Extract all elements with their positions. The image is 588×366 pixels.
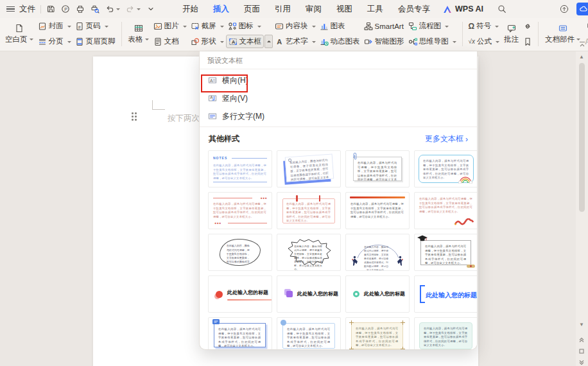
textbox-template-beige[interactable]: 在此输入内容，颜色与样式均可调整，便于您美化文档排版，文字效果也更美观，您可以修…	[345, 317, 410, 350]
textbox-template-mint[interactable]: 在此输入内容，颜色与样式均可调整，便于您美化文档排版，文字效果也更美观，您可以修…	[414, 317, 478, 350]
table-button[interactable]: 表格	[126, 19, 151, 49]
smartart-button[interactable]: SmartArt	[362, 19, 406, 33]
textbox-template-graduates[interactable]: 在此输入内容，颜色与样式均可调整，便于您美化文档排版，文字效果也更美观，您可以修…	[345, 234, 410, 271]
menu-item-multiline[interactable]: 多行文字(M)	[200, 107, 477, 125]
hyperlink-button[interactable]	[521, 19, 534, 33]
cover-button[interactable]: 封面	[36, 19, 73, 33]
textbox-template-title-purple[interactable]: 此处输入您的标题	[277, 275, 341, 313]
collapse-ribbon-button[interactable]	[578, 39, 586, 51]
chevron-right-icon: ›	[465, 135, 468, 144]
dynamic-chart-button[interactable]: 动态图表	[318, 35, 362, 48]
next-page-button[interactable]	[578, 357, 585, 366]
textbox-template-tilted-note[interactable]: 在此输入内容，颜色与样式均可调整，便于您美化文档排版，文字效果也更美观，您可以修…	[277, 150, 341, 187]
print-preview-button[interactable]	[91, 4, 99, 13]
scrollbar-thumb[interactable]	[579, 63, 585, 212]
redo-button[interactable]	[126, 4, 141, 13]
undo-caret[interactable]	[116, 8, 120, 12]
graduation-cap-icon	[417, 235, 428, 242]
textbox-template-notes[interactable]: NOTES 在此输入内容，颜色与样式均可调整，便于您美化文档排版，文字效果也更美…	[208, 150, 272, 187]
textbox-template-cloud[interactable]: 在此输入内容，颜色与样式均可调整，便于您美化文档排版，文字效果也更美观，您可以修…	[208, 234, 272, 271]
bookmark-button[interactable]	[521, 35, 534, 48]
textbox-template-scribble[interactable]: 在此输入内容，颜色与样式均可调整，便于您美化文档排版，文字效果也更美观，您可以修…	[277, 234, 341, 271]
previous-page-button[interactable]	[578, 334, 585, 345]
textbox-icon: A	[229, 37, 238, 46]
corner-mark-icon	[349, 347, 354, 350]
redo-caret[interactable]	[137, 8, 141, 12]
customize-toolbar-button[interactable]	[146, 4, 155, 13]
textbox-caret-button[interactable]	[264, 35, 273, 48]
save-button[interactable]	[46, 4, 55, 13]
blank-page-button[interactable]: 空白页	[3, 19, 36, 49]
textbox-template-title-blue[interactable]: 此处输入您的标题	[414, 275, 478, 313]
screenshot-button[interactable]: 截屏	[189, 19, 226, 33]
chart-button[interactable]: 图表	[318, 19, 362, 33]
underline	[227, 299, 272, 301]
attachment-button[interactable]	[583, 19, 588, 33]
textbox-template-rainbow[interactable]: 在此输入内容，颜色与样式均可调整，便于您美化文档排版，文字效果也更美观，您可以修…	[414, 150, 478, 187]
divider	[538, 22, 539, 46]
textbox-template-blue-circle[interactable]: 在此输入内容，颜色与样式均可调整，便于您美化文档排版，文字效果也更美观，您可以修…	[277, 317, 341, 350]
mindmap-button[interactable]: 思维导图	[406, 35, 458, 48]
textbox-button[interactable]: A 文本框	[226, 35, 264, 48]
wps-ai-button[interactable]: WPS AI	[443, 4, 483, 13]
bookmark-icon	[523, 37, 532, 46]
comment-button[interactable]: 批注	[501, 19, 521, 49]
page-number-button[interactable]: # 页码	[73, 19, 117, 33]
svg-text:P: P	[64, 7, 67, 12]
paragraph-drag-handle-icon[interactable]	[132, 112, 137, 121]
textbox-template-graduation[interactable]: 在此输入内容，颜色与样式均可调整，便于您美化文档排版，文字效果也更美观，您可以修…	[414, 234, 478, 271]
undo-button[interactable]	[105, 4, 120, 13]
symbol-button[interactable]: Ω 符号	[467, 19, 502, 33]
textbox-template-blue-tag[interactable]: 在此输入内容，颜色与样式均可调整，便于您美化文档排版，文字效果也更美观，您可以修…	[208, 317, 272, 350]
tab-home[interactable]: 开始	[182, 4, 198, 15]
scrollbar-area: ▲ ▼	[576, 51, 588, 366]
tab-tools[interactable]: 工具	[367, 4, 383, 15]
tab-view[interactable]: 视图	[336, 4, 352, 15]
textbox-template-paperclip-note[interactable]: 在此输入内容，颜色与样式均可调整，便于您美化文档排版，文字效果也更美观，您可以修…	[345, 150, 410, 187]
export-pdf-button[interactable]: P	[61, 4, 70, 13]
wordart-icon: A	[275, 37, 284, 46]
smart-graphic-button[interactable]: 智能图形	[362, 35, 406, 48]
share-button[interactable]	[576, 3, 588, 15]
scroll-down-button[interactable]: ▼	[579, 322, 584, 327]
tab-review[interactable]: 审阅	[306, 4, 322, 15]
textbox-template-red-lines[interactable]: ●●● 在此输入内容，颜色与样式均可调整，便于您美化文档排版，文字效果也更美观，…	[208, 192, 272, 229]
tab-member[interactable]: 会员专享	[398, 4, 430, 15]
icon-library-button[interactable]: 图标	[226, 19, 273, 33]
print-button[interactable]	[76, 4, 85, 13]
textbox-template-red-pins[interactable]: 在此输入内容，颜色与样式均可调整，便于您美化文档排版，文字效果也更美观，您可以修…	[277, 192, 341, 229]
textbox-template-title-red[interactable]: 此处输入您的标题	[208, 275, 272, 313]
tab-reference[interactable]: 引用	[275, 4, 291, 15]
svg-text:#: #	[78, 24, 80, 29]
ribbon-wave-icon	[454, 218, 474, 227]
textbox-template-title-teal[interactable]: 此处输入您的标题	[345, 275, 410, 313]
select-browse-object-button[interactable]	[578, 345, 585, 357]
more-textbox-link[interactable]: 更多文本框›	[425, 134, 468, 144]
search-icon	[497, 4, 506, 13]
document-parts-button[interactable]: 文档部件	[542, 19, 583, 49]
wordart-button[interactable]: A 艺术字	[273, 35, 318, 48]
tab-page[interactable]: 页面	[244, 4, 260, 15]
search-button[interactable]	[497, 4, 506, 13]
svg-text:A: A	[210, 95, 213, 100]
undo-icon	[105, 4, 114, 13]
flowchart-button[interactable]: 流程图	[406, 19, 458, 33]
picture-button[interactable]: 图片	[151, 19, 189, 33]
document-button[interactable]: 文档	[151, 35, 189, 48]
scroll-up-button[interactable]: ▲	[579, 55, 584, 60]
cloud-upload-button[interactable]	[560, 4, 569, 13]
icon-library-icon	[228, 22, 237, 31]
formula-button[interactable]: √x 公式	[467, 35, 502, 48]
dynamic-chart-icon	[320, 37, 329, 46]
page-break-button[interactable]: 分页	[36, 35, 73, 48]
header-footer-button[interactable]: 页眉页脚	[73, 35, 117, 48]
main-menu-icon[interactable]	[6, 6, 15, 12]
svg-text:A: A	[231, 39, 235, 45]
tab-insert[interactable]: 插入	[213, 4, 229, 15]
textbox-template-red-ribbon[interactable]: 在此输入内容，颜色与样式均可调整，便于您美化文档排版，文字效果也更美观，您可以修…	[414, 192, 478, 229]
shapes-button[interactable]: 形状	[189, 35, 226, 48]
blank-page-icon	[15, 24, 24, 33]
content-block-button[interactable]: 内容块	[273, 19, 318, 33]
file-menu[interactable]: 文件	[19, 4, 35, 15]
textbox-template-orange-bar[interactable]: 在此输入内容，颜色与样式均可调整，便于您美化文档排版，文字效果也更美观，您可以修…	[345, 192, 410, 229]
